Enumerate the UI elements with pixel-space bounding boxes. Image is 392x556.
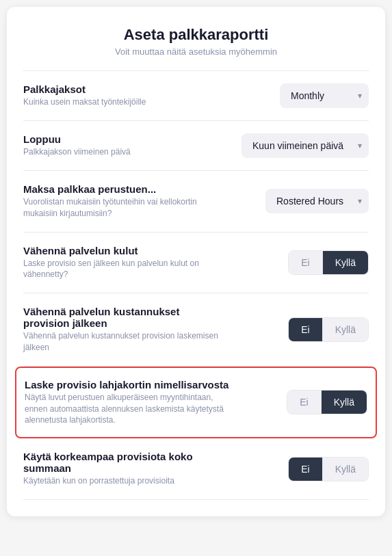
toggle-kylla-kayta-korkeampaa[interactable]: Kyllä <box>323 458 368 481</box>
toggle-ei-vahenna-palvelun-kustannukset[interactable]: Ei <box>289 318 322 341</box>
row-text-kayta-korkeampaa: Käytä korkeampaa provisiota koko summaan… <box>23 451 228 487</box>
row-label-maksa-palkkaa: Maksa palkkaa perustuen... <box>23 183 228 195</box>
row-laske-provisio: Laske provisio lahjakortin nimellisarvos… <box>15 367 377 438</box>
row-loppuu: LoppuuPalkkajakson viimeinen päiväKuun v… <box>23 121 369 171</box>
row-desc-vahenna-palvelun-kustannukset: Vähennä palvelun kustannukset provision … <box>23 330 228 354</box>
row-desc-vahenna-palvelun-kulut: Laske provisio sen jälkeen kun palvelun … <box>23 258 228 281</box>
row-desc-palkkajaksot: Kuinka usein maksat työntekijöille <box>23 96 228 108</box>
row-vahenna-palvelun-kulut: Vähennä palvelun kulutLaske provisio sen… <box>23 233 369 294</box>
toggle-ei-vahenna-palvelun-kulut[interactable]: Ei <box>289 251 322 274</box>
page-subtitle: Voit muuttaa näitä asetuksia myöhemmin <box>23 47 369 57</box>
row-desc-kayta-korkeampaa: Käytetään kun on porrastettuja provisioi… <box>23 475 228 487</box>
row-maksa-palkkaa: Maksa palkkaa perustuen...Vuorolistan mu… <box>23 171 369 233</box>
row-text-loppuu: LoppuuPalkkajakson viimeinen päivä <box>23 133 228 158</box>
toggle-kylla-vahenna-palvelun-kustannukset[interactable]: Kyllä <box>323 318 368 341</box>
row-control-vahenna-palvelun-kulut: EiKyllä <box>288 250 369 275</box>
row-text-laske-provisio: Laske provisio lahjakortin nimellisarvos… <box>25 379 230 426</box>
settings-rows: PalkkajaksotKuinka usein maksat työnteki… <box>23 71 369 500</box>
toggle-group-kayta-korkeampaa: EiKyllä <box>288 457 369 481</box>
toggle-group-vahenna-palvelun-kulut: EiKyllä <box>288 250 369 275</box>
toggle-kylla-vahenna-palvelun-kulut[interactable]: Kyllä <box>323 251 368 274</box>
select-wrapper-loppuu: Kuun viimeinen päiväKuun 15. päivä▾ <box>241 133 369 158</box>
row-text-vahenna-palvelun-kulut: Vähennä palvelun kulutLaske provisio sen… <box>23 245 228 281</box>
row-label-laske-provisio: Laske provisio lahjakortin nimellisarvos… <box>25 379 230 390</box>
toggle-kylla-laske-provisio[interactable]: Kyllä <box>322 390 367 414</box>
row-palkkajaksot: PalkkajaksotKuinka usein maksat työnteki… <box>23 71 369 121</box>
row-control-palkkajaksot: MonthlyWeeklyBi-weekly▾ <box>280 83 369 108</box>
select-palkkajaksot[interactable]: MonthlyWeeklyBi-weekly <box>280 83 369 108</box>
row-desc-maksa-palkkaa: Vuorolistan mukaisiin työtunteihin vai k… <box>23 196 228 220</box>
row-label-vahenna-palvelun-kulut: Vähennä palvelun kulut <box>23 245 228 256</box>
row-label-loppuu: Loppuu <box>23 133 228 145</box>
row-desc-loppuu: Palkkajakson viimeinen päivä <box>23 146 228 158</box>
toggle-ei-kayta-korkeampaa[interactable]: Ei <box>289 458 322 481</box>
toggle-group-vahenna-palvelun-kustannukset: EiKyllä <box>288 317 369 342</box>
select-wrapper-palkkajaksot: MonthlyWeeklyBi-weekly▾ <box>280 83 369 108</box>
row-kayta-korkeampaa: Käytä korkeampaa provisiota koko summaan… <box>23 438 369 500</box>
select-wrapper-maksa-palkkaa: Rostered HoursClock-in Hours▾ <box>265 189 369 213</box>
select-loppuu[interactable]: Kuun viimeinen päiväKuun 15. päivä <box>241 133 369 158</box>
settings-card: Aseta palkkaraportti Voit muuttaa näitä … <box>7 7 385 516</box>
page-title: Aseta palkkaraportti <box>23 26 369 44</box>
select-maksa-palkkaa[interactable]: Rostered HoursClock-in Hours <box>265 189 369 213</box>
row-text-palkkajaksot: PalkkajaksotKuinka usein maksat työnteki… <box>23 83 228 108</box>
row-control-loppuu: Kuun viimeinen päiväKuun 15. päivä▾ <box>241 133 369 158</box>
row-control-kayta-korkeampaa: EiKyllä <box>288 457 369 481</box>
row-desc-laske-provisio: Näytä luvut perustuen alkuperäiseen myyn… <box>25 392 230 426</box>
row-control-laske-provisio: EiKyllä <box>287 390 367 414</box>
row-label-kayta-korkeampaa: Käytä korkeampaa provisiota koko summaan <box>23 451 228 474</box>
row-text-maksa-palkkaa: Maksa palkkaa perustuen...Vuorolistan mu… <box>23 183 228 220</box>
row-vahenna-palvelun-kustannukset: Vähennä palvelun kustannukset provision … <box>23 293 369 367</box>
row-text-vahenna-palvelun-kustannukset: Vähennä palvelun kustannukset provision … <box>23 306 228 354</box>
row-label-palkkajaksot: Palkkajaksot <box>23 83 228 95</box>
toggle-ei-laske-provisio[interactable]: Ei <box>287 390 321 414</box>
row-control-maksa-palkkaa: Rostered HoursClock-in Hours▾ <box>265 189 369 213</box>
row-control-vahenna-palvelun-kustannukset: EiKyllä <box>288 317 369 342</box>
toggle-group-laske-provisio: EiKyllä <box>287 390 367 414</box>
row-label-vahenna-palvelun-kustannukset: Vähennä palvelun kustannukset provision … <box>23 306 228 329</box>
